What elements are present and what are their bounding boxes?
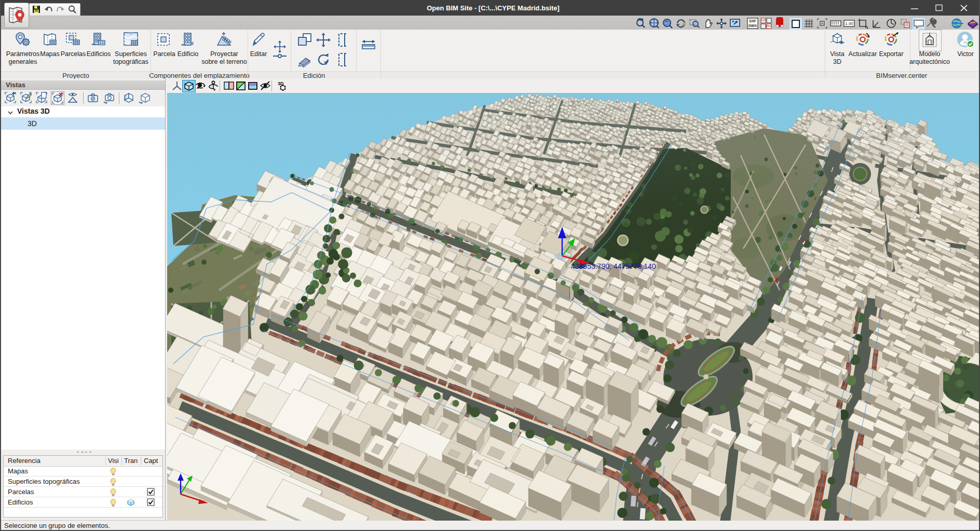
svg-text:DWG: DWG xyxy=(766,25,772,28)
svg-text:1.00: 1.00 xyxy=(845,21,853,26)
svg-text:439953.790, 4475770.140: 439953.790, 4475770.140 xyxy=(571,262,656,270)
svg-text:x2: x2 xyxy=(665,21,669,25)
svg-text:DXF: DXF xyxy=(761,19,766,22)
svg-text:DXF: DXF xyxy=(750,19,756,23)
svg-text:DWG: DWG xyxy=(748,24,757,28)
